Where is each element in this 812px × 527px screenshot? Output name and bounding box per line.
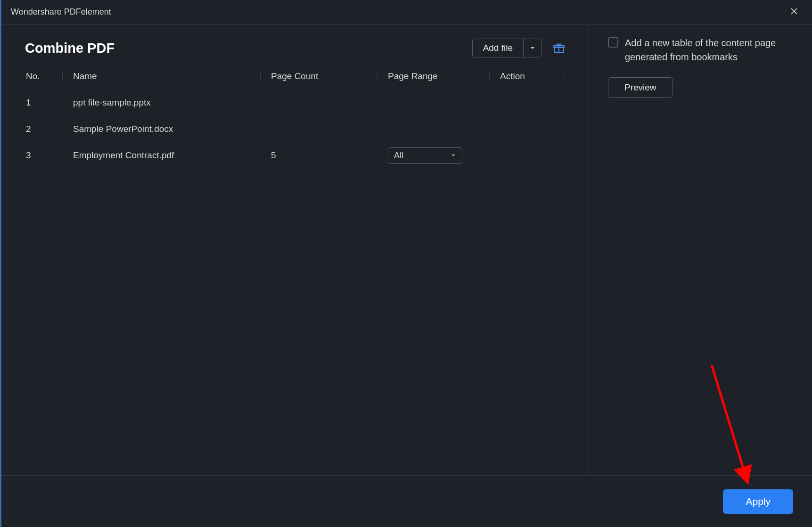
page-range-value: All [394, 151, 403, 161]
main-header: Combine PDF Add file [1, 33, 589, 63]
close-button[interactable] [786, 4, 803, 20]
table-header: No. Name Page Count Page Range Action [25, 63, 565, 89]
header-action: Action [490, 71, 565, 81]
toc-checkbox-label: Add a new table of the content page gene… [625, 36, 793, 64]
toc-checkbox-row: Add a new table of the content page gene… [608, 36, 793, 64]
row-page-count: 5 [261, 150, 377, 161]
row-no: 3 [25, 150, 63, 161]
header-page-range: Page Range [377, 71, 490, 81]
window-title: Wondershare PDFelement [11, 7, 111, 17]
row-name: Sample PowerPoint.docx [63, 124, 261, 134]
row-no: 2 [25, 124, 63, 134]
file-table: No. Name Page Count Page Range Action 1 … [1, 63, 589, 475]
row-name: ppt file-sample.pptx [63, 97, 261, 108]
sidebar-panel: Add a new table of the content page gene… [589, 24, 812, 475]
gift-icon-button[interactable] [553, 42, 565, 54]
table-row[interactable]: 1 ppt file-sample.pptx [25, 89, 565, 116]
add-file-button[interactable]: Add file [473, 39, 523, 57]
row-name: Employment Contract.pdf [63, 150, 261, 161]
chevron-down-icon [451, 153, 456, 158]
footer: Apply [1, 475, 812, 527]
titlebar: Wondershare PDFelement [1, 0, 812, 24]
add-file-group: Add file [472, 39, 541, 57]
preview-button[interactable]: Preview [608, 77, 673, 98]
body: Combine PDF Add file [1, 24, 812, 475]
main-panel: Combine PDF Add file [1, 24, 589, 475]
table-row[interactable]: 3 Employment Contract.pdf 5 All [25, 142, 565, 169]
row-no: 1 [25, 97, 63, 108]
header-name: Name [63, 71, 261, 81]
page-range-dropdown[interactable]: All [388, 147, 462, 164]
table-row[interactable]: 2 Sample PowerPoint.docx [25, 116, 565, 142]
apply-button[interactable]: Apply [723, 489, 793, 514]
row-page-range: All [377, 147, 490, 164]
header-no: No. [25, 71, 63, 81]
chevron-down-icon [530, 45, 535, 51]
close-icon [790, 8, 798, 15]
app-window: Wondershare PDFelement Combine PDF Add f… [0, 0, 812, 527]
header-page-count: Page Count [261, 71, 377, 81]
toc-checkbox[interactable] [608, 37, 618, 48]
add-file-dropdown-toggle[interactable] [523, 39, 541, 57]
gift-icon [553, 42, 565, 54]
header-actions: Add file [472, 39, 565, 57]
page-title: Combine PDF [25, 41, 115, 56]
